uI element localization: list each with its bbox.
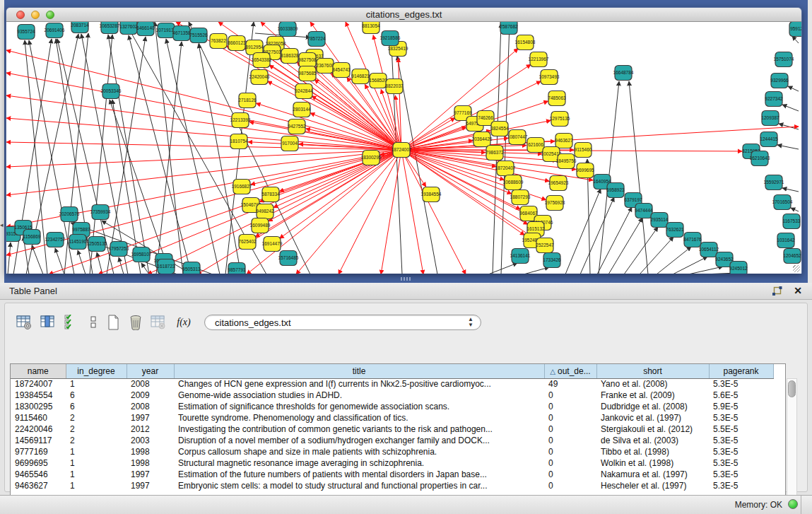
select-columns-icon[interactable] [63,313,81,332]
graph-node[interactable]: 1167533 [783,214,801,229]
network-canvas[interactable]: 1872400786601238912954182260589827503165… [6,22,801,274]
column-header-pagerank[interactable]: pagerank [709,364,773,378]
graph-node[interactable]: 2935114 [651,213,669,228]
table-settings-icon[interactable] [15,313,33,332]
graph-node[interactable]: 12975135 [550,112,570,127]
graph-node[interactable]: 9498242 [256,204,274,219]
graph-node[interactable]: 7632621 [666,223,684,238]
graph-node[interactable]: 7625402 [238,235,257,250]
row-height-icon[interactable] [84,313,102,332]
column-header-year[interactable]: year [126,364,174,378]
graph-node[interactable]: 19218586 [380,31,401,46]
graph-node[interactable]: 18495756 [556,154,577,169]
graph-node[interactable]: 1618723 [157,259,175,274]
column-header-short[interactable]: short [596,364,709,378]
graph-node[interactable]: 1568520 [369,74,387,88]
graph-node[interactable]: 1156869 [23,230,41,245]
table-row[interactable]: 1830029562008Estimation of significance … [11,401,773,412]
table-row[interactable]: 1938455462009Genome-wide association stu… [11,390,773,401]
graph-node[interactable]: 763822 [210,34,227,49]
graph-node[interactable]: 10688609 [503,175,524,190]
graph-node[interactable]: 1244415 [760,132,778,147]
graph-node[interactable]: 3824554 [490,122,509,136]
graph-node[interactable]: 22420046 [249,70,270,85]
function-builder-icon[interactable]: f(x) [175,313,193,332]
graph-node[interactable]: 917004 [281,136,298,151]
graph-node[interactable]: 16914479 [262,237,283,252]
sidebar-collapse-arrow-icon[interactable]: ◂ [0,221,5,229]
network-window[interactable]: citations_edges.txt 18724007866012389129… [6,7,802,274]
graph-node[interactable]: 9474444 [635,204,653,218]
table-selector-dropdown[interactable]: citations_edges.txt ▲▼ [204,315,481,330]
graph-node[interactable]: 19654923 [548,176,569,191]
graph-node[interactable]: 16033809 [278,22,298,37]
graph-node[interactable]: 2718126 [238,93,257,108]
graph-node[interactable]: 19384554 [421,187,442,202]
graph-node[interactable]: 9146821 [351,69,370,84]
graph-node[interactable]: 2522547 [536,238,554,253]
graph-node[interactable]: 2083714 [71,22,89,33]
graph-node[interactable]: 6466140 [136,22,155,36]
graph-node[interactable]: 15716485 [278,251,299,266]
graph-node[interactable]: 1209387 [761,111,779,126]
table-scrollbar[interactable] [787,378,797,496]
graph-node[interactable]: 9245012 [729,262,748,274]
graph-node[interactable]: 10973493 [539,70,560,85]
graph-node[interactable]: 9329966 [770,74,789,88]
table-row[interactable]: 969969511998Structural magnetic resonanc… [11,457,773,469]
graph-node[interactable]: 7986372 [486,146,504,160]
graph-node[interactable]: 9505313 [182,262,201,274]
node-table[interactable]: namein_degreeyeartitle△out_de...shortpag… [10,363,786,496]
column-header-name[interactable]: name [11,364,66,378]
table-row[interactable]: 946554611997Estimation of the future num… [11,469,773,480]
graph-node[interactable]: 9699695 [576,163,594,178]
graph-node[interactable]: 1031642 [777,233,795,248]
new-table-icon[interactable] [104,313,122,332]
memory-ok-indicator-icon[interactable] [788,499,798,509]
graph-node[interactable]: 7857224 [307,32,326,47]
graph-node[interactable]: 16958107 [131,247,152,262]
graph-node[interactable]: 9427552 [288,119,306,134]
graph-node[interactable]: 19166827 [232,180,252,194]
graph-node[interactable]: 16543382 [252,53,272,68]
graph-node[interactable]: 12505135 [87,237,107,252]
graph-node[interactable]: 18300295 [361,151,382,165]
table-row[interactable]: 2242004622012Investigating the contribut… [11,424,773,435]
close-panel-icon[interactable]: ✕ [794,285,802,296]
delete-table-icon[interactable] [126,313,145,332]
graph-node[interactable]: 20691406 [45,23,65,38]
graph-node[interactable]: 18720407 [495,161,516,176]
table-row[interactable]: 946362711997Embryonic stem cells: a mode… [11,480,773,491]
graph-node[interactable]: 8813054 [362,22,380,34]
graph-node[interactable]: 1327602 [119,22,138,35]
graph-node[interactable]: 621606 [527,138,544,153]
graph-node[interactable]: 15592971 [764,175,784,190]
graph-node[interactable]: 16154808 [515,35,536,50]
graph-node[interactable]: 1810754 [230,134,248,149]
graph-node[interactable]: 19756928 [545,196,565,211]
graph-node[interactable]: 12342757 [45,233,66,247]
graph-node[interactable]: 6958923 [606,183,625,198]
table-row[interactable]: 911546021997Tourette syndrome. Phenomeno… [11,412,773,424]
table-scrollbar-thumb[interactable] [788,380,796,397]
graph-node[interactable]: 9875685 [298,66,317,81]
graph-node[interactable]: 12213393 [230,113,251,128]
column-header-title[interactable]: title [174,364,544,378]
graph-node[interactable]: 7515526 [189,28,208,43]
graph-node[interactable]: 1204652 [783,249,801,264]
graph-node[interactable]: 17359934 [90,205,111,220]
window-resize-grip[interactable] [793,265,800,272]
splitter-grip[interactable] [401,277,411,281]
show-columns-icon[interactable] [39,313,57,332]
graph-node[interactable]: 9857791 [228,263,246,274]
graph-node[interactable]: 18724007 [392,143,412,158]
graph-node[interactable]: 9355724 [17,25,35,40]
graph-node[interactable]: 2367608 [316,59,334,74]
graph-node[interactable]: 8822037 [385,79,404,94]
graph-node[interactable]: 12213967 [529,52,549,67]
graph-node[interactable]: 9115460 [575,143,592,158]
graph-node[interactable]: 16648784 [613,66,634,81]
network-window-titlebar[interactable]: citations_edges.txt [6,8,801,22]
graph-node[interactable]: 20053346 [101,84,122,99]
graph-node[interactable]: 8471676 [683,233,702,247]
